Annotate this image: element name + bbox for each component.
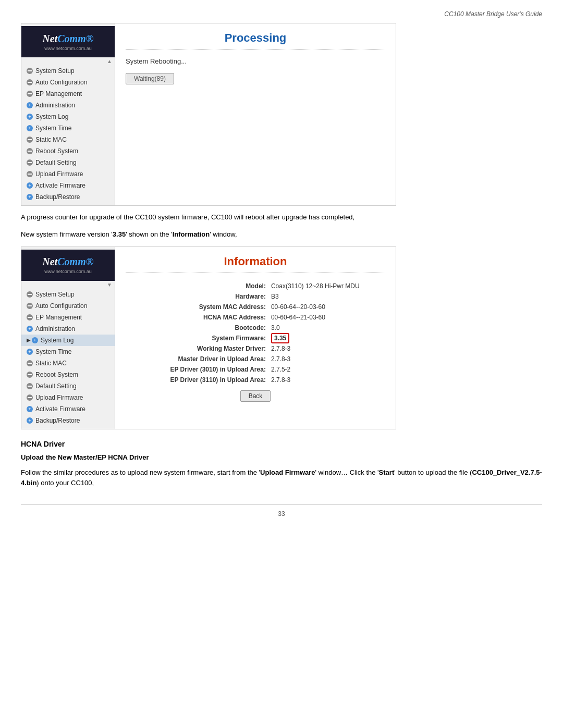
sidebar2-item-10[interactable]: Activate Firmware — [21, 403, 115, 415]
info-value-6: 2.7.8-3 — [268, 343, 385, 354]
sidebar1-label-6: Static MAC — [35, 136, 67, 143]
info-label-6: Working Master Driver: — [126, 343, 268, 354]
upload-heading: Upload the New Master/EP HCNA Driver — [21, 453, 542, 461]
sidebar1-item-5[interactable]: System Time — [21, 122, 115, 134]
info-value-8: 2.7.5-2 — [268, 364, 385, 375]
sidebar2-item-9[interactable]: Upload Firmware — [21, 392, 115, 403]
scroll-indicator-2: ▼ — [21, 281, 115, 289]
sidebar2-item-4[interactable]: ▶ System Log — [21, 335, 115, 346]
sidebar2-item-5[interactable]: System Time — [21, 346, 115, 357]
sidebar1-label-4: System Log — [35, 113, 68, 120]
sidebar2-bullet-0 — [27, 291, 33, 298]
sidebar1-label-2: EP Management — [35, 90, 82, 97]
info-value-0: Coax(3110) 12~28 Hi-Pwr MDU — [268, 281, 385, 291]
info-value-5: 3.35 — [268, 333, 385, 343]
firmware-note: New system firmware version '3.35' shown… — [21, 229, 542, 240]
sidebar2-label-11: Backup/Restore — [35, 417, 80, 424]
info-label-8: EP Driver (3010) in Upload Area: — [126, 364, 268, 375]
sidebar1-item-0[interactable]: System Setup — [21, 65, 115, 77]
info-label-7: Master Driver in Upload Area: — [126, 354, 268, 364]
sidebar2-label-2: EP Management — [35, 314, 82, 321]
sidebar1-bullet-2 — [27, 91, 33, 97]
screenshot-panel-information: NetComm® www.netcomm.com.au ▼ System Set… — [21, 246, 396, 429]
sidebar1-label-1: Auto Configuration — [35, 79, 87, 86]
info-label-2: System MAC Address: — [126, 302, 268, 312]
divider-2 — [126, 273, 385, 273]
sidebar2-bullet-1 — [27, 303, 33, 309]
sidebar2-bullet-6 — [27, 360, 33, 366]
sidebar1-label-3: Administration — [35, 102, 75, 109]
sidebar2-bullet-7 — [27, 372, 33, 378]
sidebar1-bullet-4 — [27, 114, 33, 120]
sidebar1-item-6[interactable]: Static MAC — [21, 134, 115, 145]
sidebar2-bullet-4 — [32, 337, 38, 343]
sidebar2-arrow-4: ▶ — [27, 337, 31, 343]
info-row-8: EP Driver (3010) in Upload Area:2.7.5-2 — [126, 364, 385, 375]
sidebar2-bullet-11 — [27, 417, 33, 424]
info-row-4: Bootcode:3.0 — [126, 323, 385, 333]
sidebar1-item-3[interactable]: Administration — [21, 100, 115, 111]
sidebar1-item-10[interactable]: Activate Firmware — [21, 180, 115, 191]
sidebar2-label-4: System Log — [41, 337, 74, 344]
sidebar2-item-3[interactable]: Administration — [21, 323, 115, 335]
sidebar2-item-11[interactable]: Backup/Restore — [21, 415, 115, 426]
sidebar2-item-7[interactable]: Reboot System — [21, 369, 115, 380]
sidebar-2-items: System SetupAuto ConfigurationEP Managem… — [21, 289, 115, 426]
sidebar2-item-2[interactable]: EP Management — [21, 312, 115, 323]
sidebar1-item-2[interactable]: EP Management — [21, 88, 115, 100]
sidebar2-bullet-9 — [27, 394, 33, 401]
info-label-4: Bootcode: — [126, 323, 268, 333]
sidebar-logo-1: NetComm® www.netcomm.com.au — [21, 26, 115, 57]
sidebar1-bullet-1 — [27, 79, 33, 85]
sidebar2-label-3: Administration — [35, 325, 75, 332]
sidebar1-bullet-5 — [27, 125, 33, 131]
sidebar1-label-9: Upload Firmware — [35, 170, 83, 178]
upload-firmware-link: Upload Firmware — [260, 468, 315, 476]
info-label-5: System Firmware: — [126, 333, 268, 343]
sidebar1-bullet-10 — [27, 182, 33, 189]
sidebar2-item-0[interactable]: System Setup — [21, 289, 115, 300]
sidebar1-bullet-7 — [27, 148, 33, 154]
info-label-0: Model: — [126, 281, 268, 291]
page-number: 33 — [21, 504, 542, 517]
scroll-indicator-1: ▲ — [21, 57, 115, 65]
sidebar1-label-7: Reboot System — [35, 147, 78, 155]
info-row-0: Model:Coax(3110) 12~28 Hi-Pwr MDU — [126, 281, 385, 291]
info-value-9: 2.7.8-3 — [268, 375, 385, 385]
sidebar1-label-11: Backup/Restore — [35, 193, 80, 201]
sidebar1-label-10: Activate Firmware — [35, 182, 85, 189]
back-button[interactable]: Back — [240, 390, 271, 402]
status-text: System Rebooting... — [126, 57, 385, 65]
sidebar2-label-7: Reboot System — [35, 371, 78, 378]
info-label-9: EP Driver (3110) in Upload Area: — [126, 375, 268, 385]
sidebar1-item-8[interactable]: Default Setting — [21, 157, 115, 168]
sidebar-logo-2: NetComm® www.netcomm.com.au — [21, 250, 115, 281]
sidebar1-item-1[interactable]: Auto Configuration — [21, 77, 115, 88]
info-row-1: Hardware:B3 — [126, 291, 385, 302]
sidebar1-bullet-11 — [27, 194, 33, 200]
information-title: Information — [126, 255, 385, 268]
sidebar2-bullet-2 — [27, 314, 33, 320]
sidebar1-item-9[interactable]: Upload Firmware — [21, 168, 115, 180]
divider-1 — [126, 49, 385, 50]
sidebar2-label-0: System Setup — [35, 291, 75, 298]
sidebar2-item-1[interactable]: Auto Configuration — [21, 300, 115, 312]
sidebar2-item-8[interactable]: Default Setting — [21, 380, 115, 392]
sidebar-1: NetComm® www.netcomm.com.au ▲ System Set… — [21, 23, 115, 205]
sidebar2-label-10: Activate Firmware — [35, 405, 85, 413]
logo-text-2: NetComm® — [42, 256, 93, 268]
start-link: Start — [379, 468, 395, 476]
sidebar2-label-9: Upload Firmware — [35, 394, 83, 401]
sidebar1-bullet-9 — [27, 171, 33, 177]
processing-main-content: Processing System Rebooting... Waiting(8… — [115, 23, 396, 205]
sidebar1-label-5: System Time — [35, 125, 71, 132]
firmware-highlight-value: 3.35 — [271, 333, 289, 343]
info-value-3: 00-60-64--21-03-60 — [268, 312, 385, 323]
upload-body-text: Follow the similar procedures as to uplo… — [21, 467, 542, 489]
sidebar2-item-6[interactable]: Static MAC — [21, 357, 115, 369]
sidebar1-item-4[interactable]: System Log — [21, 111, 115, 122]
sidebar1-item-11[interactable]: Backup/Restore — [21, 191, 115, 203]
sidebar1-item-7[interactable]: Reboot System — [21, 145, 115, 157]
info-row-7: Master Driver in Upload Area:2.7.8-3 — [126, 354, 385, 364]
sidebar2-label-8: Default Setting — [35, 382, 77, 390]
